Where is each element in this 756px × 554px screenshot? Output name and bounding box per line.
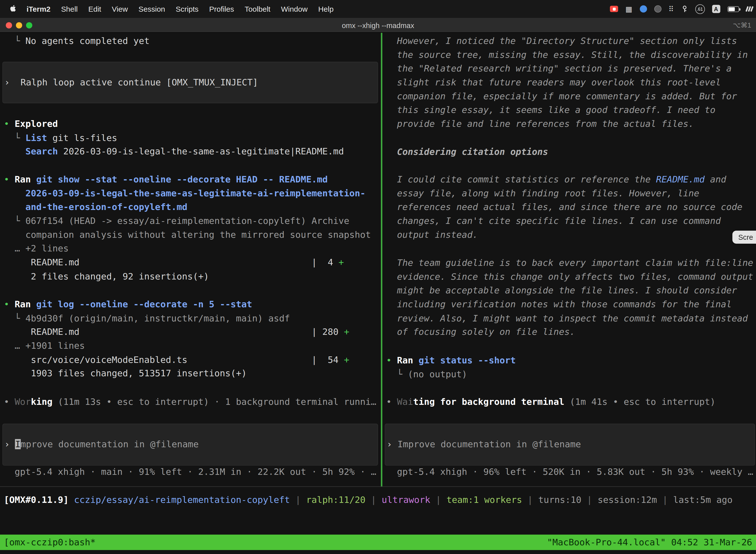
- terminal-line: The team guideline is to back every impo…: [386, 256, 756, 270]
- ralph-loop-banner[interactable]: › Ralph loop active continue [OMX_TMUX_I…: [2, 62, 378, 103]
- terminal-line: └ No agents completed yet: [4, 34, 381, 48]
- app-icon-blue[interactable]: [640, 5, 647, 12]
- screen-recording-stop-icon[interactable]: [610, 6, 618, 12]
- left-terminal-pane[interactable]: └ No agents completed yet › Ralph loop a…: [0, 33, 381, 487]
- slant-bars-icon[interactable]: [746, 6, 752, 11]
- menu-edit[interactable]: Edit: [83, 4, 107, 13]
- terminal-line: › Improve documentation in @filename: [387, 438, 755, 451]
- text-segment: provide file and line references from th…: [386, 119, 694, 129]
- bullet: •: [386, 397, 397, 407]
- screen-share-overlay-button[interactable]: Scre: [733, 231, 756, 243]
- text-segment: 2 files changed, 92 insertions(+): [4, 271, 209, 281]
- mode-label: ultrawork: [382, 494, 430, 505]
- reasoning-heading: Considering citation options: [386, 147, 548, 157]
- menu-view[interactable]: View: [107, 4, 133, 13]
- battery-icon[interactable]: [727, 6, 739, 12]
- terminal-line: evidence. Since this change only affects…: [386, 270, 756, 284]
- text-segment: I could cite commit statistics or refere…: [386, 174, 656, 184]
- apple-menu-icon[interactable]: [0, 5, 21, 13]
- horizontal-separator: [0, 486, 756, 487]
- terminal-line: README.md | 280 +: [4, 325, 381, 339]
- terminal-line: [OMX#0.11.9] cczip/essay/ai-reimplementa…: [4, 493, 756, 507]
- terminal-line: 2 files changed, 92 insertions(+): [4, 270, 381, 283]
- bullet: •: [4, 119, 15, 129]
- prompt-input-left[interactable]: › Improve documentation in @filename: [2, 424, 378, 466]
- terminal-line: … +1901 lines: [4, 339, 381, 353]
- terminal-line: companion file, especially if more comme…: [386, 90, 756, 104]
- text-segment: Ran: [15, 299, 36, 309]
- git-log-block: • Ran git log --oneline --decorate -n 5 …: [0, 297, 381, 381]
- window-titlebar[interactable]: omx --xhigh --madmax ⌥⌘1: [0, 18, 756, 33]
- text-segment: … +1901 lines: [4, 340, 85, 351]
- text-segment: List: [25, 132, 47, 143]
- terminal-line: 1903 files changed, 513517 insertions(+): [4, 367, 381, 381]
- text-segment: git status --short: [419, 355, 516, 365]
- app-icon-dark[interactable]: [654, 5, 661, 12]
- bullet: •: [4, 174, 15, 184]
- tree-branch: └: [4, 313, 25, 323]
- last-activity: last:5m ago: [673, 494, 733, 505]
- gauge-value: .61: [697, 6, 703, 11]
- agents-status-block: └ No agents completed yet: [0, 34, 381, 48]
- text-segment: |: [522, 494, 538, 505]
- text-segment: src/voice/voiceModeEnabled.ts | 54: [4, 354, 344, 365]
- terminal-area: └ No agents completed yet › Ralph loop a…: [0, 33, 756, 554]
- tree-branch: └: [4, 36, 25, 46]
- text-segment: git ls-files: [47, 132, 117, 143]
- window-shortcut: ⌥⌘1: [733, 18, 751, 33]
- terminal-line: › Ralph loop active continue [OMX_TMUX_I…: [4, 76, 378, 90]
- text-segment: Improve documentation in @filename: [397, 439, 581, 449]
- text-segment: git show --stat --oneline --decorate HEA…: [36, 174, 328, 184]
- prompt-chevron: ›: [4, 77, 15, 88]
- menu-window[interactable]: Window: [276, 4, 313, 13]
- menu-iterm2[interactable]: iTerm2: [21, 4, 56, 13]
- text-segment: 4b9d30f (origin/main, instructkr/main, m…: [25, 313, 290, 323]
- menu-session[interactable]: Session: [133, 4, 170, 13]
- menu-profiles[interactable]: Profiles: [204, 4, 239, 13]
- text-segment: README.md | 280: [4, 327, 344, 337]
- key-icon[interactable]: [681, 5, 688, 12]
- text-segment: and-the-erosion-of-copyleft.md: [25, 202, 188, 212]
- tmux-session-label[interactable]: [omx-cczip0:bash*: [4, 535, 96, 550]
- window-grid-icon[interactable]: ▦: [626, 4, 632, 13]
- text-segment: git log --oneline --decorate -n 5 --stat: [36, 299, 252, 309]
- terminal-line: companion analysis without altering the …: [4, 228, 381, 242]
- reasoning-heading: Considering citation options: [382, 145, 756, 159]
- menu-shell[interactable]: Shell: [56, 4, 83, 13]
- terminal-line: • Waiting for background terminal (1m 41…: [386, 395, 756, 409]
- menu-toolbelt[interactable]: Toolbelt: [239, 4, 276, 13]
- terminal-line: src/voice/voiceModeEnabled.ts | 54 +: [4, 353, 381, 367]
- terminal-line: README.md | 4 +: [4, 256, 381, 270]
- prompt-input-right[interactable]: › Improve documentation in @filename: [385, 424, 755, 466]
- terminal-line: references need actual files, and since …: [386, 200, 756, 214]
- right-terminal-pane[interactable]: However, I noticed the "Directory Struct…: [382, 33, 756, 487]
- text-segment: 1903 files changed, 513517 insertions(+): [4, 368, 247, 379]
- text-segment: [4, 202, 25, 212]
- menu-help[interactable]: Help: [313, 4, 339, 13]
- text-segment: king: [31, 397, 52, 407]
- text-segment: references need actual files, and since …: [386, 202, 742, 212]
- text-segment: (1m 41s • esc to interrupt): [564, 397, 715, 407]
- gauge-icon[interactable]: .61: [695, 4, 705, 14]
- text-segment: |: [366, 494, 382, 505]
- readme-link: README.md: [656, 174, 705, 184]
- terminal-line: └ 067f154 (HEAD -> essay/ai-reimplementa…: [4, 214, 381, 228]
- input-source-icon[interactable]: A: [712, 5, 720, 13]
- app-menu-items: iTerm2ShellEditViewSessionScriptsProfile…: [21, 4, 339, 13]
- explored-block: • Explored └ List git ls-files Search 20…: [0, 117, 381, 159]
- terminal-line: • Ran git status --short: [386, 354, 756, 368]
- terminal-line: However, I noticed the "Directory Struct…: [386, 34, 756, 48]
- terminal-line: provide file and line references from th…: [386, 117, 756, 131]
- menu-scripts[interactable]: Scripts: [170, 4, 204, 13]
- text-segment: 2026-03-09-is-legal-the-same-as-legitima…: [58, 147, 344, 157]
- terminal-line: … +2 lines: [4, 242, 381, 256]
- terminal-line: • Explored: [4, 117, 381, 131]
- terminal-line: the "Related research writing" section i…: [386, 62, 756, 76]
- dots-grid-icon[interactable]: ⠿: [669, 4, 674, 13]
- text-segment: +: [344, 327, 349, 337]
- text-segment: (11m 13s • esc to interrupt) · 1 backgro…: [52, 397, 376, 407]
- text-segment: +: [338, 257, 344, 267]
- text-segment: including verification notes with those …: [386, 299, 732, 309]
- ralph-counter: ralph:11/20: [306, 494, 365, 505]
- text-segment: the source tree, missing the essay. Stil…: [386, 50, 748, 60]
